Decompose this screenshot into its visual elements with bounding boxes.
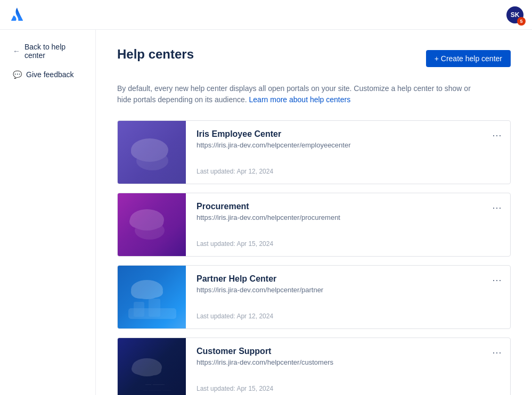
card-title: Partner Help Center [197,274,479,284]
svg-point-16 [146,365,161,375]
card-url: https://iris.jira-dev.com/helpcenter/par… [197,286,479,294]
svg-point-9 [131,286,149,299]
top-navigation: SK 5 [0,0,532,30]
svg-text:— ——: — —— [145,381,165,387]
page-description: By default, every new help center displa… [117,83,479,105]
card-more-button[interactable]: ⋯ [490,200,504,216]
card-body: Procurement https://iris.jira-dev.com/he… [186,193,490,256]
sidebar-item-feedback[interactable]: 💬 Give feedback [4,66,91,83]
create-help-center-button[interactable]: + Create help center [426,50,511,67]
svg-text:— ——— ——: — ——— —— [143,388,171,392]
help-center-card: Procurement https://iris.jira-dev.com/he… [117,193,511,257]
svg-rect-13 [149,299,160,317]
card-last-updated: Last updated: Apr 15, 2024 [197,385,479,392]
card-last-updated: Last updated: Apr 15, 2024 [197,240,479,248]
user-avatar[interactable]: SK 5 [506,6,523,23]
page-layout: ← Back to help center 💬 Give feedback He… [0,30,532,395]
back-arrow-icon: ← [13,47,20,55]
card-title: Customer Support [197,347,479,356]
card-last-updated: Last updated: Apr 12, 2024 [197,312,479,320]
card-thumbnail [118,121,186,184]
svg-point-15 [132,363,149,375]
feedback-icon: 💬 [13,70,22,79]
card-url: https://iris.jira-dev.com/helpcenter/cus… [197,358,479,366]
sidebar-item-back[interactable]: ← Back to help center [4,38,91,64]
card-body: Partner Help Center https://iris.jira-de… [186,266,490,328]
page-title: Help centers [117,47,194,62]
svg-point-3 [136,151,168,170]
card-more-button[interactable]: ⋯ [490,272,504,288]
card-url: https://iris.jira-dev.com/helpcenter/emp… [197,141,479,149]
svg-rect-12 [134,302,144,317]
notification-badge: 5 [517,17,526,26]
card-more-button[interactable]: ⋯ [490,344,504,360]
card-body: Customer Support https://iris.jira-dev.c… [186,338,490,395]
learn-more-link[interactable]: Learn more about help centers [249,95,351,104]
card-more-button[interactable]: ⋯ [490,127,504,143]
page-header: Help centers + Create help center [117,47,511,70]
card-title: Procurement [197,202,479,211]
card-actions: ⋯ [490,121,510,184]
card-actions: ⋯ [490,266,510,328]
svg-point-10 [147,287,163,298]
card-body: Iris Employee Center https://iris.jira-d… [186,121,490,184]
card-thumbnail [118,266,186,328]
atlassian-logo[interactable] [9,5,26,24]
card-thumbnail [118,193,186,256]
card-actions: ⋯ [490,338,510,395]
main-content: Help centers + Create help center By def… [96,30,532,395]
sidebar: ← Back to help center 💬 Give feedback [0,30,96,395]
card-title: Iris Employee Center [197,129,479,139]
help-centers-list: Iris Employee Center https://iris.jira-d… [117,120,511,395]
card-actions: ⋯ [490,193,510,256]
help-center-card: Iris Employee Center https://iris.jira-d… [117,120,511,184]
card-thumbnail: — —— — ——— —— [118,338,186,395]
help-center-card: — —— — ——— —— Customer Support https://i… [117,338,511,395]
card-last-updated: Last updated: Apr 12, 2024 [197,168,479,175]
card-url: https://iris.jira-dev.com/helpcenter/pro… [197,213,479,221]
svg-point-7 [135,221,165,240]
help-center-card: Partner Help Center https://iris.jira-de… [117,265,511,329]
